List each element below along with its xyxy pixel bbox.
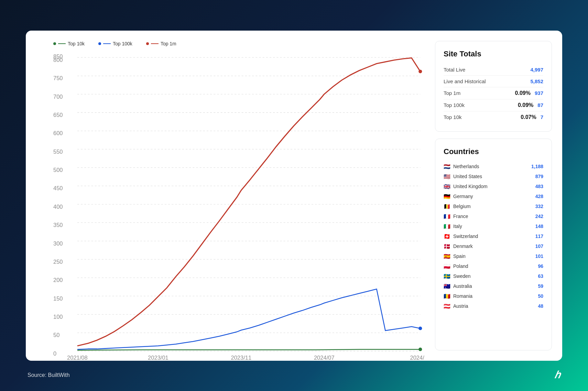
country-value: 50 (538, 293, 543, 299)
country-row: 🇳🇱 Netherlands 1,188 (444, 162, 543, 172)
stats-count-top100k: 87 (537, 102, 543, 108)
country-left: 🇵🇱 Poland (444, 263, 468, 270)
country-left: 🇫🇷 France (444, 213, 468, 220)
country-name: Spain (453, 253, 466, 259)
legend-line-top10k (58, 43, 66, 44)
country-row: 🇬🇧 United Kingdom 483 (444, 182, 543, 192)
stats-row-live-historical: Live and Historical 5,852 (444, 76, 543, 87)
country-row: 🇨🇭 Switzerland 117 (444, 231, 543, 241)
country-value: 107 (535, 243, 543, 249)
svg-text:2021/08: 2021/08 (67, 355, 88, 360)
stats-right-top1m: 0.09% 937 (515, 90, 543, 96)
country-flag: 🇺🇸 (444, 173, 450, 180)
legend-line-top100k (103, 43, 111, 44)
country-row: 🇮🇹 Italy 148 (444, 221, 543, 231)
country-flag: 🇨🇭 (444, 233, 450, 240)
svg-text:600: 600 (53, 130, 63, 136)
legend-top1m: Top 1m (146, 41, 176, 46)
svg-text:700: 700 (53, 93, 63, 99)
country-name: Switzerland (453, 233, 478, 239)
countries-card: Countries 🇳🇱 Netherlands 1,188 🇺🇸 United… (435, 139, 552, 350)
stats-panel: Site Totals Total Live 4,997 Live and Hi… (435, 41, 552, 350)
country-left: 🇬🇧 United Kingdom (444, 183, 488, 190)
country-row: 🇵🇱 Poland 96 (444, 261, 543, 271)
country-value: 59 (538, 283, 543, 289)
svg-text:850: 850 (53, 53, 63, 59)
svg-text:300: 300 (53, 240, 63, 246)
country-row: 🇧🇪 Belgium 332 (444, 202, 543, 211)
country-name: Belgium (453, 204, 471, 209)
country-left: 🇩🇰 Denmark (444, 243, 473, 250)
country-name: Germany (453, 194, 473, 199)
countries-title: Countries (444, 147, 543, 156)
svg-text:650: 650 (53, 111, 63, 118)
country-left: 🇳🇱 Netherlands (444, 163, 479, 170)
country-left: 🇩🇪 Germany (444, 193, 473, 200)
country-row: 🇺🇸 United States 879 (444, 172, 543, 182)
stats-pct-top1m: 0.09% (515, 90, 531, 96)
chart-area: Top 10k Top 100k Top 1m 0 50 100 150 200 (36, 41, 425, 350)
svg-text:200: 200 (53, 277, 63, 283)
country-name: Austria (453, 303, 468, 309)
country-flag: 🇸🇪 (444, 273, 450, 280)
country-value: 48 (538, 303, 543, 309)
country-name: Poland (453, 263, 468, 269)
country-left: 🇧🇪 Belgium (444, 203, 471, 210)
stats-row-top10k: Top 10k 0.07% 7 (444, 111, 543, 123)
country-left: 🇦🇹 Austria (444, 303, 468, 309)
country-name: Sweden (453, 273, 471, 279)
country-flag: 🇮🇹 (444, 223, 450, 230)
legend-dot-top100k (98, 42, 101, 45)
country-flag: 🇬🇧 (444, 183, 450, 190)
stats-row-total-live: Total Live 4,997 (444, 64, 543, 76)
country-value: 148 (535, 224, 543, 229)
line-top1m (77, 58, 420, 346)
svg-text:2023/11: 2023/11 (231, 355, 252, 360)
stats-label-live-historical: Live and Historical (444, 78, 486, 84)
main-card: Top 10k Top 100k Top 1m 0 50 100 150 200 (26, 31, 562, 361)
svg-text:100: 100 (53, 313, 63, 319)
stats-row-top100k: Top 100k 0.09% 87 (444, 99, 543, 111)
country-flag: 🇵🇱 (444, 263, 450, 270)
country-left: 🇦🇺 Australia (444, 283, 472, 290)
country-row: 🇷🇴 Romania 50 (444, 291, 543, 301)
stats-right-top10k: 0.07% 7 (521, 114, 543, 120)
stats-pct-top10k: 0.07% (521, 114, 536, 120)
country-value: 1,188 (531, 164, 543, 169)
legend-top10k: Top 10k (53, 41, 85, 46)
country-flag: 🇦🇹 (444, 303, 450, 309)
country-left: 🇺🇸 United States (444, 173, 482, 180)
country-value: 428 (535, 194, 543, 199)
legend-label-top100k: Top 100k (113, 41, 132, 46)
country-left: 🇨🇭 Switzerland (444, 233, 478, 240)
line-top10k (77, 349, 420, 350)
country-flag: 🇧🇪 (444, 203, 450, 210)
stats-label-top100k: Top 100k (444, 102, 465, 108)
country-value: 483 (535, 184, 543, 189)
svg-text:350: 350 (53, 222, 63, 228)
country-name: Italy (453, 224, 462, 229)
country-left: 🇸🇪 Sweden (444, 273, 471, 280)
svg-text:750: 750 (53, 75, 63, 81)
legend-label-top1m: Top 1m (161, 41, 176, 46)
country-name: France (453, 214, 468, 219)
stats-count-top10k: 7 (541, 114, 543, 120)
country-row: 🇩🇪 Germany 428 (444, 192, 543, 202)
svg-text:400: 400 (53, 203, 63, 209)
svg-text:50: 50 (53, 332, 59, 338)
country-flag: 🇩🇰 (444, 243, 450, 250)
country-name: Romania (453, 293, 472, 299)
stats-label-top1m: Top 1m (444, 90, 460, 96)
country-flag: 🇪🇸 (444, 253, 450, 260)
site-totals-card: Site Totals Total Live 4,997 Live and Hi… (435, 41, 552, 132)
country-row: 🇪🇸 Spain 101 (444, 251, 543, 261)
legend-top100k: Top 100k (98, 41, 132, 46)
svg-text:250: 250 (53, 258, 63, 264)
dot-top1m-end (418, 69, 422, 73)
country-value: 117 (535, 233, 543, 239)
country-value: 242 (535, 214, 543, 219)
dot-top10k-end (418, 347, 422, 351)
svg-text:2024/07: 2024/07 (314, 355, 335, 360)
country-row: 🇦🇹 Austria 48 (444, 301, 543, 311)
footer: Source: BuiltWith ℎ (28, 369, 560, 381)
